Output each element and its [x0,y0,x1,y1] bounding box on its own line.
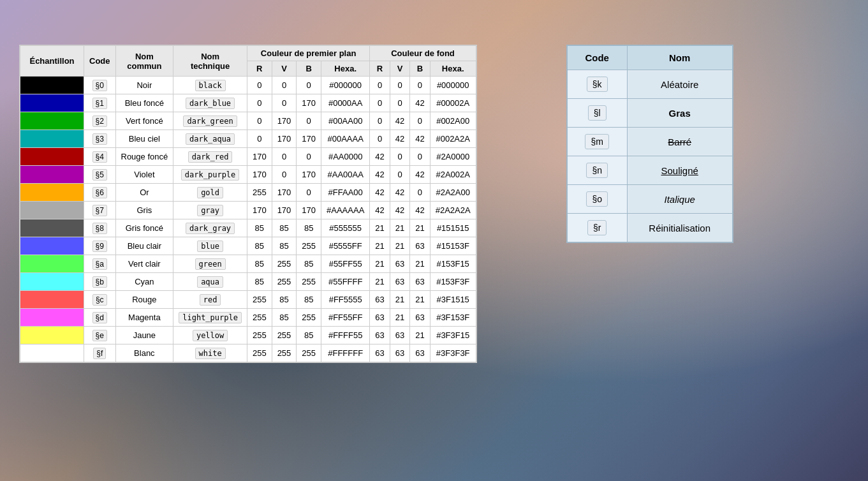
header2-code: Code [567,46,627,70]
fg-v: 85 [272,309,297,327]
bg-r: 63 [370,309,390,327]
fg-hex: #00AAAA [321,130,370,148]
tech-name: yellow [173,327,247,344]
fg-r: 255 [247,327,272,344]
header-fg-b: B [297,61,321,77]
bg-hex: #2A2A2A [430,202,476,219]
color-code: §1 [84,94,116,112]
format-code: §r [567,214,627,242]
color-sample [20,166,84,184]
common-name: Blanc [115,344,173,362]
color-sample [20,112,84,130]
fg-hex: #0000AA [321,94,370,112]
common-name: Gris [115,202,173,219]
fg-b: 170 [297,202,321,219]
color-code: §8 [84,219,116,237]
color-code: §3 [84,130,116,148]
color-code: §5 [84,166,116,184]
fg-b: 85 [297,327,321,344]
tech-name: light_purple [173,309,247,327]
bg-b: 63 [410,273,430,291]
table-row: §aVert clairgreen8525585#55FF55216321#15… [20,255,476,273]
fg-v: 170 [272,112,297,130]
common-name: Rouge [115,291,173,309]
bg-b: 63 [410,344,430,362]
table-row: §5Violetdark_purple1700170#AA00AA42042#2… [20,166,476,184]
fg-hex: #555555 [321,219,370,237]
tech-name: black [173,77,247,94]
bg-r: 0 [370,130,390,148]
tech-name: white [173,344,247,362]
fg-hex: #000000 [321,77,370,94]
bg-hex: #000000 [430,77,476,94]
color-sample [20,184,84,202]
bg-v: 63 [390,327,409,344]
header-bg-hex: Hexa. [430,61,476,77]
color-code: §6 [84,184,116,202]
color-sample [20,219,84,237]
header-code: Code [84,46,116,77]
table-row: §lGras [567,99,732,128]
format-code: §k [567,70,627,99]
bg-v: 21 [390,237,409,255]
bg-hex: #2A002A [430,166,476,184]
color-sample [20,94,84,112]
tech-name: dark_blue [173,94,247,112]
header-bg-r: R [370,61,390,77]
fg-hex: #AAAAAA [321,202,370,219]
fg-r: 85 [247,219,272,237]
fg-v: 170 [272,184,297,202]
table-row: §dMagentalight_purple25585255#FF55FF6321… [20,309,476,327]
fg-hex: #FFFF55 [321,327,370,344]
fg-b: 85 [297,255,321,273]
tech-name: dark_purple [173,166,247,184]
fg-v: 0 [272,77,297,94]
tech-name: aqua [173,273,247,291]
common-name: Gris foncé [115,219,173,237]
fg-b: 255 [297,309,321,327]
fg-b: 0 [297,112,321,130]
table-row: §kAléatoire [567,70,732,99]
format-name: Italique [627,185,732,214]
header-fg-hex: Hexa. [321,61,370,77]
bg-v: 63 [390,344,409,362]
bg-v: 42 [390,184,409,202]
fg-v: 170 [272,202,297,219]
main-content: Échantillon Code Nomcommun Nomtechnique … [0,0,868,481]
bg-r: 63 [370,344,390,362]
bg-v: 21 [390,309,409,327]
fg-b: 255 [297,273,321,291]
color-code: §2 [84,112,116,130]
common-name: Noir [115,77,173,94]
header-sample: Échantillon [20,46,84,77]
bg-v: 21 [390,291,409,309]
common-name: Bleu clair [115,237,173,255]
bg-hex: #3F3F15 [430,327,476,344]
fg-r: 255 [247,291,272,309]
fg-hex: #AA0000 [321,148,370,166]
main-color-table: Échantillon Code Nomcommun Nomtechnique … [19,45,477,363]
format-code: §l [567,99,627,128]
formatting-table: Code Nom §kAléatoire§lGras§mBarré§nSouli… [566,45,733,243]
table-row: §3Bleu cieldark_aqua0170170#00AAAA04242#… [20,130,476,148]
fg-v: 85 [272,291,297,309]
fg-v: 255 [272,327,297,344]
fg-hex: #00AA00 [321,112,370,130]
color-code: §0 [84,77,116,94]
table-row: §bCyanaqua85255255#55FFFF216363#153F3F [20,273,476,291]
table-row: §4Rouge foncédark_red17000#AA00004200#2A… [20,148,476,166]
bg-b: 42 [410,166,430,184]
header-tech: Nomtechnique [173,46,247,77]
color-code: §4 [84,148,116,166]
fg-r: 85 [247,273,272,291]
common-name: Vert foncé [115,112,173,130]
bg-b: 0 [410,148,430,166]
fg-b: 255 [297,237,321,255]
common-name: Vert clair [115,255,173,273]
fg-b: 85 [297,291,321,309]
bg-b: 21 [410,291,430,309]
color-code: §d [84,309,116,327]
fg-v: 255 [272,344,297,362]
fg-r: 85 [247,255,272,273]
bg-hex: #15153F [430,237,476,255]
